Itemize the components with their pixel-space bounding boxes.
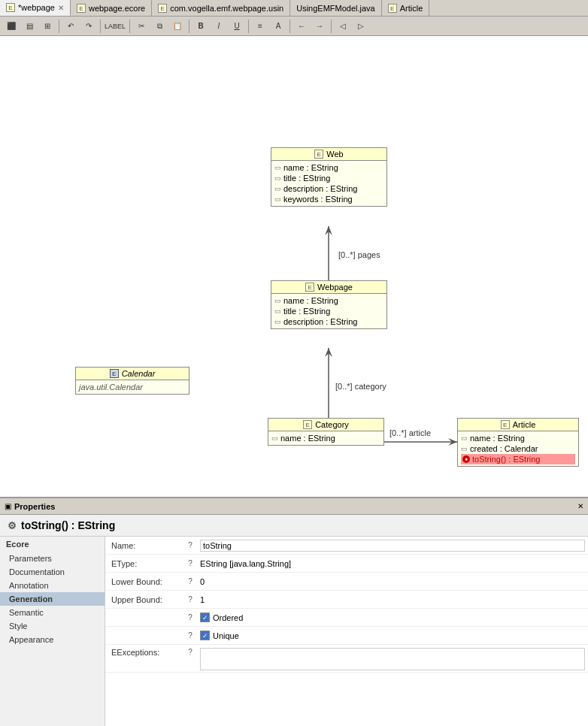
toolbar-btn-4[interactable]: ↶: [62, 19, 79, 34]
toolbar-btn-align[interactable]: ≡: [252, 19, 268, 34]
prop-help-ordered[interactable]: ?: [183, 613, 197, 622]
properties-panel-icon: ▣: [5, 502, 11, 510]
toolbar-btn-3[interactable]: ⊞: [39, 19, 56, 34]
tab-usingEmf[interactable]: UsingEMFModel.java: [290, 0, 382, 16]
svg-marker-4: [325, 348, 332, 357]
nav-section-ecore: Ecore: [0, 537, 105, 552]
prop-help-lower[interactable]: ?: [183, 577, 197, 585]
nav-item-parameters[interactable]: Parameters: [0, 552, 105, 565]
properties-panel: ▣ Properties ✕ ⚙ toString() : EString Ec…: [0, 498, 588, 726]
web-attr-title-text: title : EString: [283, 174, 330, 183]
prop-input-name[interactable]: [200, 540, 585, 552]
uml-class-webpage[interactable]: E Webpage ▭ name : EString ▭ title : ESt…: [271, 280, 387, 329]
toolbar-sep-7: [331, 20, 332, 33]
toolbar-btn-arrow1[interactable]: ←: [293, 19, 310, 34]
toolbar-btn-italic[interactable]: I: [211, 19, 227, 34]
diagram-canvas[interactable]: [0..*] pages [0..*] category [0..*] arti…: [0, 36, 588, 498]
prop-value-eexceptions: [197, 648, 585, 670]
prop-help-unique[interactable]: ?: [183, 631, 197, 640]
prop-row-upper: Upper Bound: ? 1: [105, 591, 588, 609]
toolbar-btn-arrow2[interactable]: →: [311, 19, 328, 34]
toolbar-btn-bold[interactable]: B: [192, 19, 209, 34]
nav-item-style[interactable]: Style: [0, 619, 105, 633]
prop-help-etype[interactable]: ?: [183, 559, 197, 567]
calendar-note-text: java.util.Calendar: [79, 383, 143, 392]
uml-class-calendar[interactable]: E Calendar java.util.Calendar: [75, 367, 189, 395]
uml-class-header-calendar: E Calendar: [76, 368, 189, 380]
web-attr-description: ▭ description : EString: [274, 183, 383, 194]
calendar-class-icon: E: [110, 369, 119, 378]
toolbar-btn-color[interactable]: A: [270, 19, 286, 34]
toolbar-btn-copy[interactable]: ⧉: [151, 19, 168, 34]
article-attr-created-text: created : Calendar: [470, 444, 538, 453]
uml-class-header-article: E Article: [458, 419, 578, 431]
toolbar-btn-underline[interactable]: U: [229, 19, 245, 34]
uml-class-body-category: ▭ name : EString: [268, 431, 383, 445]
prop-help-name[interactable]: ?: [183, 541, 197, 549]
nav-item-annotation[interactable]: Annotation: [0, 579, 105, 592]
toolbar-btn-2[interactable]: ▤: [21, 19, 38, 34]
prop-row-lower: Lower Bound: ? 0: [105, 573, 588, 591]
uml-class-web[interactable]: E Web ▭ name : EString ▭ title : EString…: [271, 147, 387, 207]
category-attr-name-text: name : EString: [280, 434, 335, 443]
web-attr-keywords-text: keywords : EString: [283, 195, 353, 204]
toolbar-btn-cut[interactable]: ✂: [133, 19, 150, 34]
category-attr-name: ▭ name : EString: [271, 433, 380, 443]
wp-attr-icon-1: ▭: [274, 297, 281, 304]
webpage-attr-description: ▭ description : EString: [274, 316, 383, 327]
eexceptions-field[interactable]: [200, 648, 585, 670]
toolbar-btn-label[interactable]: LABEL: [104, 19, 126, 34]
prop-value-ordered: ✓ Ordered: [197, 613, 585, 622]
prop-row-name: Name: ?: [105, 537, 588, 555]
uml-class-header-category: E Category: [268, 419, 383, 431]
properties-heading-text: toString() : EString: [21, 519, 115, 531]
uml-class-category[interactable]: E Category ▭ name : EString: [268, 418, 384, 446]
ordered-checkbox[interactable]: ✓: [200, 613, 210, 622]
category-class-name: Category: [315, 420, 349, 429]
wp-attr-icon-3: ▭: [274, 318, 281, 325]
nav-item-semantic[interactable]: Semantic: [0, 606, 105, 619]
article-attr-name: ▭ name : EString: [461, 433, 575, 443]
uml-class-article[interactable]: E Article ▭ name : EString ▭ created : C…: [457, 418, 579, 467]
web-attr-title: ▭ title : EString: [274, 173, 383, 183]
webpage-attr-name: ▭ name : EString: [274, 295, 383, 306]
properties-content: Name: ? EType: ? EString [java.lang.Stri…: [105, 537, 588, 726]
toolbar-btn-5[interactable]: ↷: [80, 19, 97, 34]
prop-help-eexceptions[interactable]: ?: [183, 648, 197, 656]
web-class-name: Web: [326, 150, 343, 159]
properties-body: Ecore Parameters Documentation Annotatio…: [0, 537, 588, 726]
tab-bar: E *webpage ✕ E webpage.ecore E com.vogel…: [0, 0, 588, 17]
tab-webpage[interactable]: E *webpage ✕: [0, 0, 71, 16]
toolbar-btn-zoom-in[interactable]: ▷: [353, 19, 369, 34]
unique-checkbox[interactable]: ✓: [200, 631, 210, 640]
unique-checkbox-row: ✓ Unique: [200, 631, 585, 640]
unique-label: Unique: [213, 631, 239, 640]
properties-panel-title: Properties: [14, 502, 55, 511]
uml-class-header-webpage: E Webpage: [271, 281, 386, 294]
uml-class-body-webpage: ▭ name : EString ▭ title : EString ▭ des…: [271, 294, 386, 328]
tab-close-webpage[interactable]: ✕: [58, 4, 64, 12]
toolbar-btn-zoom-out[interactable]: ◁: [335, 19, 351, 34]
toolbar-btn-1[interactable]: ⬛: [3, 19, 20, 34]
properties-close-btn[interactable]: ✕: [577, 502, 583, 510]
ordered-checkbox-row: ✓ Ordered: [200, 613, 585, 622]
properties-title-bar: ▣ Properties ✕: [0, 498, 588, 515]
prop-label-upper: Upper Bound:: [108, 595, 183, 604]
attr-icon-2: ▭: [274, 174, 281, 182]
nav-item-appearance[interactable]: Appearance: [0, 633, 105, 646]
prop-help-upper[interactable]: ?: [183, 595, 197, 603]
nav-item-generation[interactable]: Generation: [0, 592, 105, 606]
toolbar-sep-2: [100, 20, 101, 33]
ordered-label: Ordered: [213, 613, 243, 622]
toolbar-btn-paste[interactable]: 📋: [169, 19, 186, 34]
tab-ecore[interactable]: E webpage.ecore: [71, 0, 152, 16]
tab-vogella[interactable]: E com.vogella.emf.webpage.usin: [152, 0, 290, 16]
prop-value-unique: ✓ Unique: [197, 631, 585, 640]
article-attr-tostring[interactable]: ● toString() : EString: [461, 454, 575, 464]
tab-article[interactable]: E Article: [382, 0, 430, 16]
web-class-icon: E: [314, 150, 323, 159]
prop-row-eexceptions: EExceptions: ?: [105, 645, 588, 673]
uml-class-body-calendar: java.util.Calendar: [76, 380, 189, 394]
web-attr-name-text: name : EString: [283, 163, 338, 172]
nav-item-documentation[interactable]: Documentation: [0, 565, 105, 579]
